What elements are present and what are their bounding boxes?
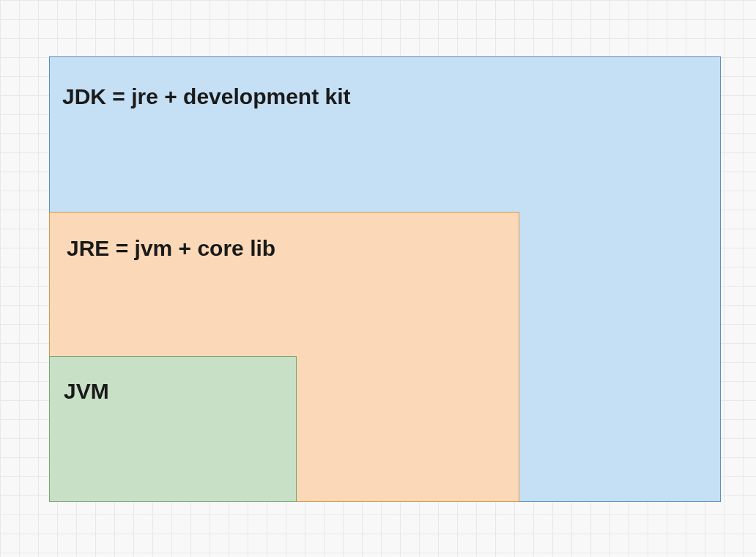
- jvm-box: [49, 356, 297, 502]
- jdk-label: JDK = jre + development kit: [62, 84, 350, 109]
- jvm-label: JVM: [64, 379, 109, 404]
- java-architecture-diagram: JDK = jre + development kit JRE = jvm + …: [49, 56, 721, 502]
- jre-label: JRE = jvm + core lib: [67, 236, 275, 261]
